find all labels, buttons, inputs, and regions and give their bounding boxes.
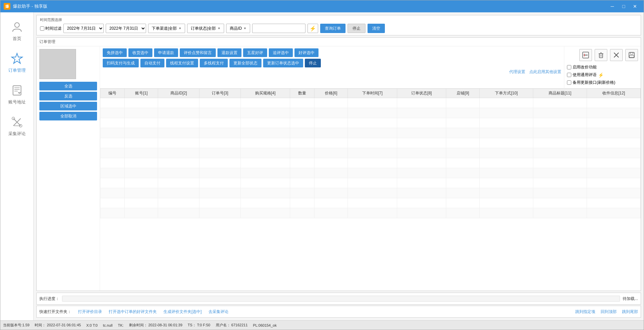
save-icon[interactable]: [625, 49, 638, 61]
stop-action-btn[interactable]: 停止: [305, 59, 321, 67]
table-row[interactable]: [100, 168, 641, 178]
table-row[interactable]: [100, 98, 641, 108]
apply-refund-btn[interactable]: 申请退款: [154, 48, 178, 57]
sidebar-item-account-address[interactable]: 账号地址: [2, 79, 32, 109]
tk-label: TK:: [118, 323, 123, 327]
svg-rect-24: [629, 55, 634, 57]
auto-pay-btn[interactable]: 自动支付: [140, 59, 164, 67]
table-row[interactable]: [100, 138, 641, 148]
table-row[interactable]: [100, 118, 641, 128]
status-dropdown[interactable]: 订单状态|全部: [187, 24, 224, 33]
minimize-button[interactable]: ─: [607, 2, 618, 11]
query-order-button[interactable]: 查询订单: [320, 24, 346, 33]
product-id-dropdown[interactable]: 商品ID: [226, 24, 250, 33]
collect-reviews-link[interactable]: 去采集评论: [208, 309, 228, 315]
table-row[interactable]: [100, 108, 641, 118]
order-right-panel: 启用改价功能 使用通用评语 ⚡ 备用更新接口(刷新价格): [564, 46, 641, 88]
ts-item: TS： T:0 F:50: [188, 323, 210, 328]
version-label: 当前版本号:1.59: [3, 323, 29, 328]
table-row[interactable]: [100, 208, 641, 218]
svg-marker-1: [12, 53, 22, 63]
ts-label: TS：: [188, 323, 196, 327]
jump-to-item-link[interactable]: 跳到指定项: [575, 309, 595, 315]
lightning-button[interactable]: ⚡: [307, 24, 318, 33]
table-row[interactable]: [100, 178, 641, 188]
svg-point-0: [15, 23, 19, 27]
col-product-title: 商品标题[11]: [533, 89, 587, 98]
window-controls: ─ □ ✕: [607, 2, 640, 11]
date-from-select[interactable]: 2022年 7月31日: [63, 24, 104, 33]
refund-settings-btn[interactable]: 退款设置: [217, 48, 241, 57]
home-icon: [10, 20, 24, 34]
agent-settings-link[interactable]: 代理设置: [509, 69, 525, 75]
open-good-review-folder-link[interactable]: 打开选中订单的好评文件夹: [109, 309, 157, 315]
content-area: 时间范围选择 时间过滤 2022年 7月31日 2022年 7月31日 下单渠道…: [34, 12, 644, 320]
star-icon: [10, 51, 24, 66]
no-entry-icon[interactable]: [579, 49, 592, 61]
table-header-row: 编号 账号[1] 商品ID[2] 订单号[3] 购买规格[4] 数量 价格[6]…: [100, 89, 641, 98]
sidebar-item-home[interactable]: 首页: [2, 16, 32, 46]
table-row[interactable]: [100, 198, 641, 208]
ts-value: T:0 F:50: [197, 323, 210, 327]
universal-review-checkbox[interactable]: [567, 73, 571, 77]
receive-goods-btn[interactable]: 收货选中: [128, 48, 152, 57]
date-to-select[interactable]: 2022年 7月31日: [106, 24, 146, 33]
table-scroll[interactable]: 编号 账号[1] 商品ID[2] 订单号[3] 购买规格[4] 数量 价格[6]…: [100, 88, 641, 291]
order-content-area: 免拼选中 收货选中 申请退款 评价点赞和留言 退款设置 五星好评 追评选中 好评…: [100, 46, 641, 291]
clear-button[interactable]: 清空: [368, 24, 385, 33]
time-item: 时间： 2022-07-31 06:01:45: [35, 323, 81, 328]
table-row[interactable]: [100, 128, 641, 138]
col-order-no: 订单号[3]: [199, 89, 241, 98]
discard-icon[interactable]: [610, 49, 623, 61]
other-settings-link[interactable]: 点此启用其他设置: [529, 69, 561, 75]
sidebar-item-collect-reviews[interactable]: 采集评论: [2, 111, 32, 141]
order-left-panel: 全选 反选 区域选中 全部取消: [37, 46, 100, 291]
action-row-1: 免拼选中 收货选中 申请退款 评价点赞和留言 退款设置 五星好评 追评选中 好评…: [103, 48, 561, 57]
price-change-checkbox[interactable]: [567, 65, 571, 69]
col-order-method: 下单方式[10]: [480, 89, 533, 98]
multi-thread-pay-btn[interactable]: 多线程支付: [200, 59, 228, 67]
order-mgmt-body: 全选 反选 区域选中 全部取消 免拼选中 收货选中: [37, 46, 641, 291]
good-review-btn[interactable]: 好评选中: [294, 48, 318, 57]
search-input[interactable]: [252, 24, 305, 33]
tk-item: TK:: [118, 323, 123, 327]
free-spell-btn[interactable]: 免拼选中: [103, 48, 127, 57]
update-all-status-btn[interactable]: 更新全部状态: [229, 59, 261, 67]
five-star-btn[interactable]: 五星好评: [243, 48, 267, 57]
trash-icon[interactable]: [595, 49, 607, 61]
time-filter-checkbox[interactable]: [40, 26, 44, 31]
review-like-btn[interactable]: 评价点赞和留言: [180, 48, 216, 57]
remaining-value: 2022-08-31 06:01:39: [148, 323, 182, 327]
jump-to-end-link[interactable]: 跳到尾部: [622, 309, 638, 315]
qr-pay-btn[interactable]: 扫码支付与生成: [103, 59, 139, 67]
channel-dropdown[interactable]: 下单渠道|全部: [148, 24, 185, 33]
update-selected-status-btn[interactable]: 更新订单状态选中: [263, 59, 303, 67]
collect-reviews-label: 采集评论: [8, 131, 26, 137]
open-review-dir-link[interactable]: 打开评价目录: [78, 309, 102, 315]
invert-select-button[interactable]: 反选: [39, 92, 97, 100]
close-button[interactable]: ✕: [630, 2, 640, 11]
sidebar-item-order-mgmt[interactable]: 订单管理: [2, 47, 32, 77]
table-row[interactable]: [100, 148, 641, 158]
document-icon: [10, 83, 24, 98]
table-row[interactable]: [100, 158, 641, 168]
stop-button[interactable]: 停止: [348, 24, 366, 33]
main-window: 爆 爆款助手 - 独享版 ─ □ ✕ 首页: [0, 0, 644, 330]
quick-right-links: 跳到指定项 回到顶部 跳到尾部: [575, 309, 638, 315]
backup-api-checkbox[interactable]: [567, 80, 571, 85]
generate-review-folder-link[interactable]: 生成评价文件夹[选中]: [163, 309, 202, 315]
deselect-all-button[interactable]: 全部取消: [39, 112, 97, 120]
table-row[interactable]: [100, 188, 641, 198]
price-change-label: 启用改价功能: [573, 64, 597, 70]
maximize-button[interactable]: □: [618, 2, 629, 11]
thread-pay-settings-btn[interactable]: 线程支付设置: [166, 59, 198, 67]
select-all-button[interactable]: 全选: [39, 82, 97, 90]
quick-links-section: 快速打开文件夹： 打开评价目录 打开选中订单的好评文件夹 生成评价文件夹[选中]…: [36, 306, 641, 318]
area-select-button[interactable]: 区域选中: [39, 102, 97, 110]
time-filter-checkbox-label[interactable]: 时间过滤: [40, 26, 61, 31]
icon-row: [567, 49, 638, 61]
time-filter-label: 时间过滤: [45, 26, 61, 31]
follow-review-btn[interactable]: 追评选中: [269, 48, 293, 57]
universal-review-row: 使用通用评语 ⚡: [567, 72, 638, 78]
back-to-top-link[interactable]: 回到顶部: [601, 309, 617, 315]
